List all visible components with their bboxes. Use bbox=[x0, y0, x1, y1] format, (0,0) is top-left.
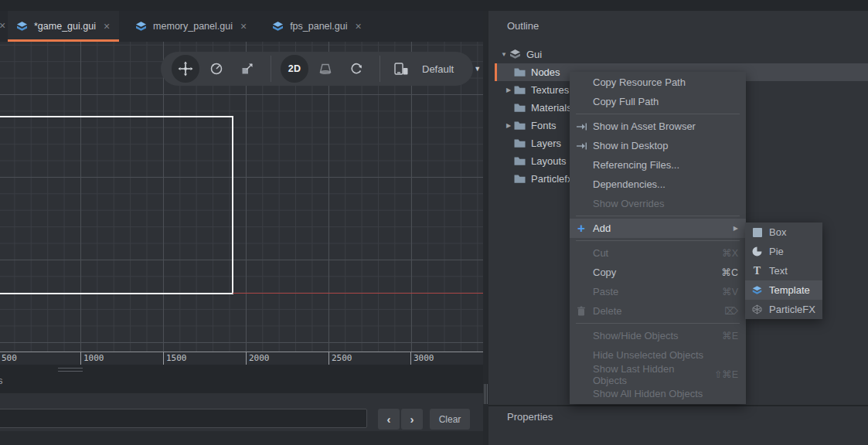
gui-file-icon bbox=[134, 21, 148, 32]
ruler-label: 3000 bbox=[414, 353, 434, 363]
tree-row-label: Materials bbox=[531, 102, 572, 114]
ruler-label: 2500 bbox=[332, 353, 352, 363]
chevron-down-icon[interactable]: ▼ bbox=[499, 51, 509, 58]
submenu-item-box[interactable]: Box bbox=[745, 222, 822, 242]
shortcut-label: ⇧⌘E bbox=[714, 369, 738, 380]
perspective-camera-icon[interactable] bbox=[311, 55, 339, 83]
menu-item-copy-resource-path[interactable]: Copy Resource Path bbox=[570, 73, 746, 92]
trash-icon bbox=[570, 306, 593, 316]
folder-icon bbox=[513, 173, 526, 185]
template-icon bbox=[751, 284, 763, 296]
tree-row-label: Textures bbox=[531, 84, 569, 96]
submenu-item-template[interactable]: Template bbox=[745, 280, 822, 300]
ruler-tick bbox=[246, 352, 247, 365]
chevron-left-icon: ‹ bbox=[387, 413, 391, 426]
menu-separator bbox=[570, 238, 746, 243]
add-submenu: Box Pie T Text Template ParticleFX bbox=[745, 222, 822, 319]
device-profile-value[interactable]: Default bbox=[422, 63, 454, 75]
shortcut-label: ⌦ bbox=[724, 305, 738, 317]
chevron-right-icon[interactable]: ▶ bbox=[504, 87, 513, 93]
menu-item-show-last-hidden-objects: Show Last Hidden Objects ⇧⌘E bbox=[570, 365, 746, 384]
editor-tab-bar: × *game_gui.gui × memory_panel.gui × fps… bbox=[0, 11, 483, 42]
pie-icon bbox=[751, 246, 763, 257]
chevron-right-icon[interactable]: ▶ bbox=[504, 122, 513, 129]
orbit-refresh-icon[interactable] bbox=[342, 55, 370, 83]
splitter-grip[interactable] bbox=[484, 384, 488, 404]
window-top-strip bbox=[0, 0, 868, 11]
menu-item-copy-full-path[interactable]: Copy Full Path bbox=[570, 92, 746, 111]
menu-item-show-hide-objects: Show/Hide Objects ⌘E bbox=[570, 326, 746, 345]
footer-margin bbox=[0, 431, 483, 445]
console-search-bar: ‹ › Clear bbox=[0, 393, 483, 431]
menu-item-add[interactable]: + Add ▶ bbox=[570, 219, 746, 238]
menu-item-dependencies[interactable]: Dependencies... bbox=[570, 175, 746, 194]
tree-row-label: Particlefx bbox=[531, 173, 572, 185]
menu-item-show-in-asset-browser[interactable]: Show in Asset Browser bbox=[570, 117, 746, 136]
ruler-label: 1000 bbox=[83, 353, 104, 363]
outline-panel-title: Outline bbox=[507, 20, 539, 32]
menu-item-cut: Cut ⌘X bbox=[570, 243, 746, 263]
close-icon[interactable]: × bbox=[356, 20, 362, 32]
plus-icon: + bbox=[570, 222, 593, 235]
folder-icon bbox=[513, 155, 526, 167]
menu-item-show-in-desktop[interactable]: Show in Desktop bbox=[570, 136, 746, 155]
submenu-item-text[interactable]: T Text bbox=[745, 261, 822, 280]
toolbar-divider bbox=[271, 56, 271, 82]
tab-game-gui[interactable]: *game_gui.gui × bbox=[8, 11, 119, 42]
tab-label: memory_panel.gui bbox=[153, 21, 233, 32]
ruler-label: 1500 bbox=[166, 353, 187, 363]
2d-mode-toggle[interactable]: 2D bbox=[281, 55, 308, 83]
panel-divider bbox=[488, 405, 868, 406]
ruler-tick bbox=[328, 352, 329, 365]
submenu-item-particlefx[interactable]: ParticleFX bbox=[745, 300, 822, 319]
submenu-item-pie[interactable]: Pie bbox=[745, 242, 822, 261]
folder-icon bbox=[513, 84, 526, 96]
text-icon: T bbox=[751, 265, 763, 277]
shortcut-label: ⌘V bbox=[722, 286, 738, 297]
gui-file-icon bbox=[271, 21, 284, 32]
context-menu: Copy Resource Path Copy Full Path Show i… bbox=[570, 72, 746, 404]
ruler-tick bbox=[163, 352, 164, 365]
show-in-icon bbox=[570, 141, 593, 151]
rotate-tool-button[interactable] bbox=[203, 55, 230, 83]
box-icon bbox=[751, 226, 763, 238]
gui-file-icon bbox=[15, 21, 29, 32]
ruler-label: 500 bbox=[2, 353, 17, 363]
folder-icon bbox=[513, 120, 526, 131]
menu-item-show-overrides: Show Overrides bbox=[570, 194, 746, 213]
menu-item-delete: Delete ⌦ bbox=[570, 301, 746, 321]
ruler-label: 2000 bbox=[249, 353, 270, 363]
folder-icon bbox=[513, 102, 526, 114]
panel-drag-handle[interactable] bbox=[58, 368, 83, 372]
menu-item-referencing-files[interactable]: Referencing Files... bbox=[570, 155, 746, 175]
device-profile-icon[interactable] bbox=[390, 55, 413, 83]
tab-fps-panel[interactable]: fps_panel.gui × bbox=[264, 11, 371, 42]
move-tool-button[interactable] bbox=[172, 55, 199, 83]
tree-row-gui[interactable]: ▼ Gui bbox=[488, 46, 868, 63]
tab-memory-panel[interactable]: memory_panel.gui × bbox=[127, 11, 256, 42]
clear-button[interactable]: Clear bbox=[430, 409, 470, 430]
show-in-icon bbox=[570, 122, 593, 131]
viewport-toolbar: 2D Defaul bbox=[161, 52, 473, 86]
gui-bounds-rectangle bbox=[0, 116, 233, 294]
menu-item-show-all-hidden-objects: Show All Hidden Objects bbox=[570, 384, 746, 403]
scene-viewport[interactable]: 2D Defaul bbox=[0, 42, 483, 352]
search-input[interactable] bbox=[0, 409, 367, 428]
particlefx-icon bbox=[751, 304, 763, 315]
chevron-down-icon[interactable]: ▼ bbox=[474, 65, 481, 73]
scale-tool-button[interactable] bbox=[233, 55, 261, 83]
close-icon[interactable]: × bbox=[104, 20, 110, 32]
bottom-panel-header: s bbox=[0, 365, 483, 393]
panel-title-fragment: s bbox=[0, 375, 3, 386]
menu-separator bbox=[570, 213, 746, 219]
close-icon[interactable]: × bbox=[240, 20, 247, 32]
menu-separator bbox=[570, 321, 746, 326]
menu-item-copy[interactable]: Copy ⌘C bbox=[570, 263, 746, 282]
vertical-splitter[interactable] bbox=[483, 11, 488, 445]
find-previous-button[interactable]: ‹ bbox=[378, 409, 400, 430]
find-next-button[interactable]: › bbox=[401, 409, 423, 430]
gui-scene-icon bbox=[509, 49, 522, 60]
tree-row-label: Layouts bbox=[531, 155, 567, 167]
shortcut-label: ⌘C bbox=[721, 267, 738, 278]
submenu-arrow-icon: ▶ bbox=[734, 225, 738, 232]
